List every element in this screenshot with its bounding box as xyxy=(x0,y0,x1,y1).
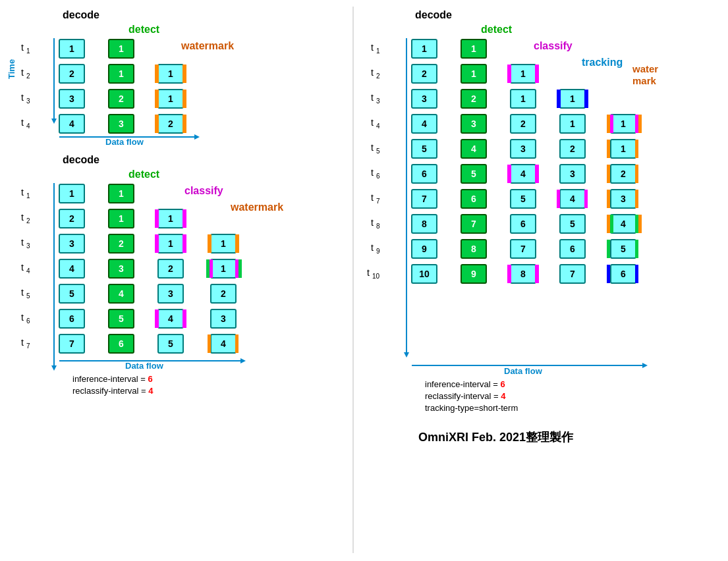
svg-text:4: 4 xyxy=(168,313,173,324)
svg-rect-164 xyxy=(584,90,588,108)
svg-text:t: t xyxy=(371,117,374,128)
svg-rect-210 xyxy=(635,165,638,183)
svg-text:4: 4 xyxy=(422,119,427,129)
svg-text:1: 1 xyxy=(26,192,30,200)
svg-text:3: 3 xyxy=(69,238,74,249)
svg-rect-88 xyxy=(238,259,242,278)
svg-text:2: 2 xyxy=(376,72,380,80)
svg-rect-13 xyxy=(155,65,159,83)
svg-text:inference-interval = 6: inference-interval = 6 xyxy=(72,374,153,384)
svg-text:9: 9 xyxy=(422,244,427,254)
svg-text:3: 3 xyxy=(422,94,427,104)
svg-text:1: 1 xyxy=(168,68,173,79)
svg-text:7: 7 xyxy=(376,198,380,205)
svg-text:reclassify-interval = 4: reclassify-interval = 4 xyxy=(425,391,506,401)
svg-text:t: t xyxy=(21,212,24,223)
svg-rect-69 xyxy=(155,234,159,253)
svg-text:1: 1 xyxy=(168,238,173,249)
svg-rect-151 xyxy=(507,65,511,83)
svg-text:2: 2 xyxy=(168,119,173,129)
svg-text:7: 7 xyxy=(26,342,30,350)
detect-label-lt: detect xyxy=(128,24,160,35)
svg-rect-222 xyxy=(584,190,588,208)
svg-marker-137 xyxy=(404,352,409,358)
svg-text:t: t xyxy=(371,142,374,153)
svg-text:7: 7 xyxy=(422,194,427,204)
svg-rect-225 xyxy=(607,190,610,208)
svg-text:1: 1 xyxy=(376,47,380,55)
svg-rect-74 xyxy=(235,234,239,253)
svg-text:t: t xyxy=(371,92,374,103)
svg-text:2: 2 xyxy=(168,263,173,274)
svg-text:t: t xyxy=(371,42,374,53)
svg-text:t: t xyxy=(371,242,374,253)
svg-rect-239 xyxy=(607,215,610,233)
svg-text:3: 3 xyxy=(119,119,124,129)
svg-rect-122 xyxy=(235,334,238,353)
svg-rect-193 xyxy=(607,140,610,158)
svg-text:7: 7 xyxy=(570,269,575,279)
svg-text:6: 6 xyxy=(26,317,30,325)
svg-text:Data flow: Data flow xyxy=(504,366,543,376)
svg-text:4: 4 xyxy=(26,267,30,275)
svg-rect-70 xyxy=(182,234,186,253)
svg-text:classify: classify xyxy=(184,185,223,196)
svg-text:detect: detect xyxy=(128,169,160,180)
svg-text:mark: mark xyxy=(632,75,657,86)
svg-text:tracking-type=short-term: tracking-type=short-term xyxy=(425,403,518,413)
svg-rect-23 xyxy=(155,90,159,108)
svg-text:t: t xyxy=(367,267,370,278)
svg-text:1: 1 xyxy=(422,43,427,54)
svg-text:1: 1 xyxy=(520,68,526,79)
svg-text:3: 3 xyxy=(376,97,380,105)
svg-text:t: t xyxy=(21,337,24,348)
svg-text:Data flow: Data flow xyxy=(125,361,164,371)
svg-rect-34 xyxy=(182,115,186,133)
svg-text:2: 2 xyxy=(520,119,526,129)
svg-text:1: 1 xyxy=(168,213,173,224)
svg-text:t: t xyxy=(21,262,24,273)
svg-rect-73 xyxy=(208,234,211,253)
svg-text:classify: classify xyxy=(534,40,573,51)
svg-text:3: 3 xyxy=(26,242,30,250)
svg-text:3: 3 xyxy=(520,144,526,154)
svg-text:t: t xyxy=(21,67,24,78)
svg-text:1: 1 xyxy=(520,94,526,104)
svg-rect-33 xyxy=(155,115,159,133)
svg-text:OmniXRI Feb. 2021整理製作: OmniXRI Feb. 2021整理製作 xyxy=(418,431,574,444)
svg-rect-14 xyxy=(182,65,186,83)
svg-rect-242 xyxy=(638,215,642,233)
svg-text:decode: decode xyxy=(63,154,99,165)
svg-rect-85 xyxy=(206,259,210,278)
svg-marker-275 xyxy=(642,363,648,368)
svg-text:t: t xyxy=(371,192,374,203)
svg-text:water: water xyxy=(632,63,658,74)
svg-text:8: 8 xyxy=(376,223,380,230)
svg-text:1: 1 xyxy=(69,188,74,199)
svg-text:4: 4 xyxy=(520,169,526,179)
svg-text:t: t xyxy=(21,237,24,248)
svg-text:2: 2 xyxy=(69,213,74,224)
svg-text:7: 7 xyxy=(520,244,526,254)
svg-text:10: 10 xyxy=(372,273,380,280)
left-bottom-diagram: decode detect classify watermark Time t1… xyxy=(7,151,336,435)
svg-text:6: 6 xyxy=(520,219,526,229)
svg-text:10: 10 xyxy=(419,269,430,279)
svg-text:1: 1 xyxy=(119,43,124,54)
svg-text:3: 3 xyxy=(69,94,74,104)
svg-rect-163 xyxy=(557,90,561,108)
svg-text:3: 3 xyxy=(119,263,124,274)
svg-text:4: 4 xyxy=(221,338,226,349)
svg-text:1: 1 xyxy=(621,119,626,129)
svg-rect-221 xyxy=(557,190,560,208)
svg-rect-121 xyxy=(208,334,211,353)
svg-rect-87 xyxy=(235,259,238,278)
svg-rect-59 xyxy=(155,209,159,228)
svg-marker-37 xyxy=(194,134,200,140)
svg-text:t: t xyxy=(21,92,24,103)
svg-rect-209 xyxy=(607,165,610,183)
svg-text:6: 6 xyxy=(376,173,380,180)
svg-text:8: 8 xyxy=(471,244,476,254)
watermark-label-lt: watermark xyxy=(181,40,234,51)
svg-text:1: 1 xyxy=(69,43,74,54)
